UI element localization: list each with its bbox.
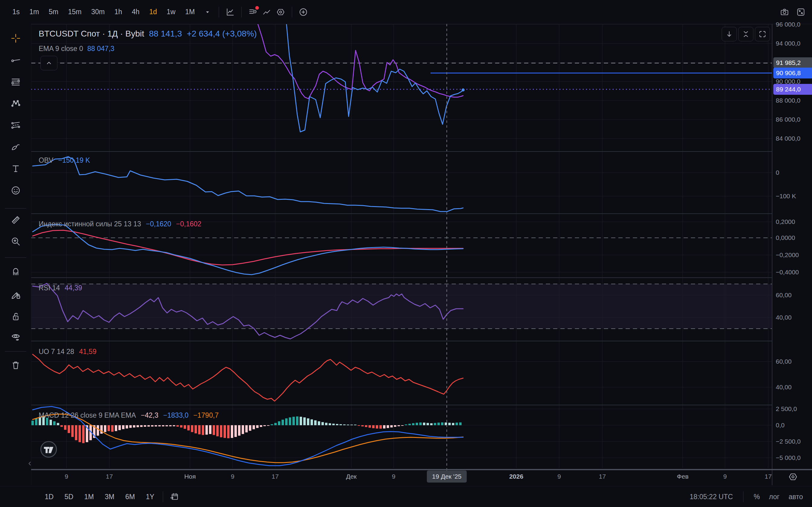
range-6M[interactable]: 6M bbox=[121, 490, 139, 503]
last-price: 88 141,3 bbox=[149, 29, 182, 39]
log-scale-button[interactable]: лог bbox=[766, 491, 783, 503]
goto-date-button[interactable] bbox=[167, 490, 181, 504]
timeframe-switcher: 1s1m5m15m30m1h4h1d1w1M bbox=[8, 5, 214, 19]
ema-line bbox=[257, 23, 463, 99]
timeframe-1h[interactable]: 1h bbox=[111, 5, 126, 18]
auto-scale-button[interactable]: авто bbox=[785, 491, 806, 503]
top-toolbar: 1s1m5m15m30m1h4h1d1w1M bbox=[0, 0, 812, 24]
timeframe-1s[interactable]: 1s bbox=[8, 5, 23, 18]
uo-label: UO 7 14 28 bbox=[39, 348, 74, 356]
hide-drawings-tool[interactable] bbox=[9, 331, 22, 343]
sidebar-divider bbox=[5, 258, 26, 258]
text-tool[interactable] bbox=[9, 162, 22, 175]
exit-fullscreen-button[interactable] bbox=[794, 5, 808, 19]
chart-indicators-button[interactable] bbox=[223, 5, 237, 19]
macd-legend[interactable]: MACD 12 26 close 9 EMA EMA −42,3 −1833,0… bbox=[39, 411, 219, 419]
time-label: 9 bbox=[723, 473, 727, 480]
price-line bbox=[286, 20, 463, 132]
fib-lines-icon bbox=[11, 77, 21, 87]
ema-indicator-label[interactable]: EMA 9 close 0 bbox=[39, 45, 83, 53]
ema-indicator-value: 88 047,3 bbox=[87, 45, 114, 53]
uo-legend[interactable]: UO 7 14 28 41,59 bbox=[39, 348, 96, 356]
range-5D[interactable]: 5D bbox=[60, 490, 77, 503]
range-1D[interactable]: 1D bbox=[41, 490, 58, 503]
trash-tool[interactable] bbox=[9, 359, 22, 372]
notification-dot bbox=[255, 6, 259, 10]
tsi-label: Индекс истинной силы 25 13 13 bbox=[39, 220, 141, 228]
lock-tool[interactable] bbox=[9, 310, 22, 323]
axis-tick: 0,0000 bbox=[776, 234, 795, 241]
clock[interactable]: 18:05:22 UTC bbox=[687, 491, 736, 503]
timeframe-dropdown-button[interactable] bbox=[201, 5, 214, 19]
chart-plot-canvas[interactable] bbox=[0, 0, 812, 507]
gear-hex-button[interactable] bbox=[274, 5, 288, 19]
crosshair-date-badge: 19 Дек '25 bbox=[427, 470, 467, 483]
plus-circle-icon bbox=[299, 7, 308, 17]
pattern-tool[interactable] bbox=[9, 97, 22, 110]
plus-circle-button[interactable] bbox=[296, 5, 310, 19]
axis-tick: 88 000,0 bbox=[776, 97, 801, 104]
macd-label: MACD 12 26 close 9 EMA EMA bbox=[39, 411, 136, 419]
price-badge-indigo: 89 244,0 bbox=[773, 84, 812, 95]
macd-signal-value: −1790,7 bbox=[193, 411, 219, 419]
maximize-pane-icon bbox=[758, 30, 767, 38]
time-label: Фев bbox=[677, 473, 689, 480]
macd-value: −1833,0 bbox=[163, 411, 189, 419]
collapse-pane-button[interactable] bbox=[738, 27, 753, 41]
range-1Y[interactable]: 1Y bbox=[142, 490, 159, 503]
maximize-pane-button[interactable] bbox=[755, 27, 770, 41]
timeframe-5m[interactable]: 5m bbox=[45, 5, 62, 18]
chevron-left-icon bbox=[26, 460, 34, 467]
axis-tick: 40,00 bbox=[776, 314, 792, 321]
compare-button[interactable] bbox=[260, 5, 274, 19]
timeframe-1d[interactable]: 1d bbox=[145, 5, 161, 18]
trend-line-tool[interactable] bbox=[9, 54, 22, 66]
magnet-icon bbox=[11, 267, 21, 277]
time-label: Дек bbox=[346, 473, 356, 480]
tsi-legend[interactable]: Индекс истинной силы 25 13 13 −0,1620 −0… bbox=[39, 220, 201, 228]
tradingview-logo[interactable] bbox=[40, 441, 57, 458]
channel-tool[interactable] bbox=[9, 119, 22, 131]
time-label: 17 bbox=[765, 473, 771, 480]
arrow-down-button[interactable] bbox=[722, 27, 737, 41]
tsi-value-1: −0,1620 bbox=[146, 220, 171, 228]
brush-tool[interactable] bbox=[9, 140, 22, 153]
toolbar-icon-groups bbox=[214, 5, 310, 19]
range-1M[interactable]: 1M bbox=[80, 490, 98, 503]
pattern-icon bbox=[11, 98, 21, 109]
symbol-title[interactable]: BTCUSDT Спот · 1Д · Bybit bbox=[39, 29, 144, 39]
time-label: Ноя bbox=[184, 473, 196, 480]
edit-lock-tool[interactable] bbox=[9, 288, 22, 301]
crosshair-tool[interactable] bbox=[9, 32, 22, 45]
rsi-label: RSI 14 bbox=[39, 284, 60, 292]
collapse-toolbar-button[interactable] bbox=[26, 457, 35, 469]
text-icon bbox=[11, 164, 21, 174]
axis-tick: 60,00 bbox=[776, 358, 792, 365]
toolbar-right-icons bbox=[777, 0, 808, 24]
axis-tick: 84 000,0 bbox=[776, 135, 801, 142]
axis-tick: 60,00 bbox=[776, 291, 792, 299]
time-label: 9 bbox=[231, 473, 235, 480]
magnet-tool[interactable] bbox=[9, 265, 22, 278]
timeframe-15m[interactable]: 15m bbox=[64, 5, 86, 18]
crosshair-icon bbox=[11, 33, 21, 44]
timeframe-1M[interactable]: 1M bbox=[181, 5, 199, 18]
uo-value: 41,59 bbox=[79, 348, 97, 356]
time-scale-settings-button[interactable] bbox=[786, 470, 799, 483]
camera-button[interactable] bbox=[777, 5, 792, 19]
timeframe-1w[interactable]: 1w bbox=[162, 5, 179, 18]
ruler-tool[interactable] bbox=[9, 214, 22, 226]
obv-legend[interactable]: OBV −150,19 K bbox=[39, 156, 90, 164]
price-badge-blue: 90 906,8 bbox=[773, 68, 812, 78]
emoji-tool[interactable] bbox=[9, 184, 22, 197]
expand-line-button[interactable] bbox=[41, 56, 57, 70]
percent-scale-button[interactable]: % bbox=[751, 491, 763, 503]
zoom-in-tool[interactable] bbox=[9, 235, 22, 248]
range-3M[interactable]: 3M bbox=[101, 490, 119, 503]
rsi-legend[interactable]: RSI 14 44,39 bbox=[39, 284, 82, 292]
timeframe-4h[interactable]: 4h bbox=[128, 5, 144, 18]
timeframe-1m[interactable]: 1m bbox=[26, 5, 43, 18]
timeframe-30m[interactable]: 30m bbox=[87, 5, 109, 18]
fib-lines-tool[interactable] bbox=[9, 75, 22, 88]
templates-button[interactable] bbox=[246, 5, 260, 19]
